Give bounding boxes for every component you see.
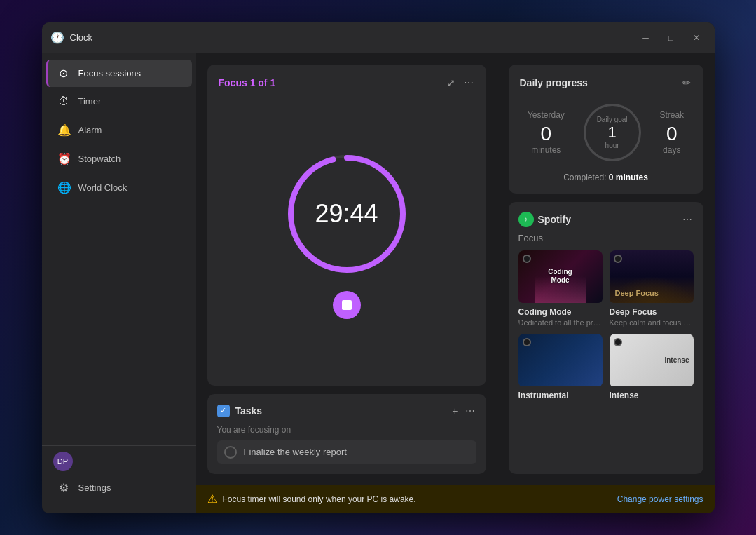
yesterday-value: 0 [528,123,565,145]
app-title: Clock [70,32,636,43]
stopwatch-icon: ⏰ [57,152,70,165]
goal-value: 1 [597,123,628,142]
daily-progress-title: Daily progress [520,77,588,88]
playlist-radio-4 [614,338,622,346]
sidebar-item-stopwatch[interactable]: ⏰ Stopwatch [46,145,192,172]
goal-text: Daily goal 1 hour [597,116,628,149]
progress-stats: Yesterday 0 minutes Daily goal [520,101,692,164]
minimize-button[interactable]: ─ [636,28,656,48]
sidebar-item-timer[interactable]: ⏱ Timer [46,88,192,115]
playlist-item-coding-mode[interactable]: CodingMode Coding Mode Dedicated to all … [518,250,603,327]
spotify-header: ♪ Spotify ⋯ [518,212,694,227]
goal-circle: Daily goal 1 hour [581,101,644,164]
sidebar-bottom: DP ⚙ Settings [42,445,196,508]
sidebar-item-alarm-label: Alarm [78,125,102,135]
edit-goal-button[interactable]: ✏ [681,76,692,90]
main-window: 🕐 Clock ─ □ ✕ ⊙ Focus sessions ⏱ Timer 🔔… [42,22,715,513]
playlist-desc-coding-mode: Dedicated to all the programmers out... [518,318,603,327]
deep-focus-thumb: Deep Focus [610,250,694,303]
titlebar: 🕐 Clock ─ □ ✕ [42,22,715,53]
sidebar-item-settings-label: Settings [78,482,111,493]
focus-controls: ⤢ ⋯ [446,76,475,90]
sidebar-item-stopwatch-label: Stopwatch [78,154,121,164]
settings-icon: ⚙ [57,481,70,494]
playlist-desc-deep-focus: Keep calm and focus with ambient and... [610,318,694,327]
left-panel: Focus 1 of 1 ⤢ ⋯ [196,53,497,485]
playlist-name-instrumental: Instrumental [518,391,603,400]
tasks-card: ✓ Tasks + ⋯ You are focusing on Finalize… [207,394,486,474]
streak-unit: days [659,145,684,155]
sidebar-item-timer-label: Timer [78,96,102,107]
app-content: ⊙ Focus sessions ⏱ Timer 🔔 Alarm ⏰ Stopw… [42,53,715,513]
focus-sessions-icon: ⊙ [57,67,70,80]
daily-progress-card: Daily progress ✏ Yesterday 0 minutes [509,65,703,194]
focus-section-label: Focus [518,233,694,243]
main-panels: Focus 1 of 1 ⤢ ⋯ [196,53,715,485]
coding-mode-label: CodingMode [548,268,572,285]
streak-label: Streak [659,110,684,120]
yesterday-unit: minutes [528,145,565,155]
daily-progress-header: Daily progress ✏ [520,76,692,90]
right-panel: Daily progress ✏ Yesterday 0 minutes [497,53,715,485]
task-item[interactable]: Finalize the weekly report [217,440,476,464]
app-icon: 🕐 [50,31,64,45]
intense-label: Intense [664,356,689,364]
sidebar-item-world-clock[interactable]: 🌐 World Clock [46,174,192,201]
playlist-radio-2 [614,255,622,263]
sidebar-item-focus-sessions[interactable]: ⊙ Focus sessions [46,60,192,87]
playlist-radio-1 [523,255,531,263]
alarm-icon: 🔔 [57,123,70,137]
playlist-item-instrumental[interactable]: Instrumental [518,334,603,402]
spotify-logo: ♪ Spotify [518,212,571,227]
yesterday-label: Yesterday [528,110,565,120]
playlist-name-deep-focus: Deep Focus [610,307,694,317]
streak-stat: Streak 0 days [659,110,684,155]
focus-card: Focus 1 of 1 ⤢ ⋯ [207,65,486,386]
warning-icon: ⚠ [207,492,217,506]
bottom-bar: ⚠ Focus timer will sound only when your … [196,485,715,513]
playlist-item-intense[interactable]: Intense Intense [610,334,694,402]
stop-button[interactable] [333,291,361,319]
task-checkbox[interactable] [224,446,237,459]
sidebar: ⊙ Focus sessions ⏱ Timer 🔔 Alarm ⏰ Stopw… [42,53,196,513]
spotify-card: ♪ Spotify ⋯ Focus CodingMode [509,202,703,474]
playlist-grid: CodingMode Coding Mode Dedicated to all … [518,250,694,402]
spotify-more-button[interactable]: ⋯ [681,212,694,226]
timer-display: 29:44 [315,199,378,229]
main-area: Focus 1 of 1 ⤢ ⋯ [196,53,715,513]
goal-label: Daily goal [597,116,628,123]
world-clock-icon: 🌐 [57,181,70,194]
instrumental-thumb [518,334,603,386]
maximize-button[interactable]: □ [661,28,681,48]
spotify-name: Spotify [538,214,571,225]
streak-value: 0 [659,123,684,145]
add-task-button[interactable]: + [451,404,459,418]
tasks-icon: ✓ [217,405,230,417]
completed-text: Completed: 0 minutes [520,172,692,182]
window-controls: ─ □ ✕ [636,28,706,48]
focus-header: Focus 1 of 1 ⤢ ⋯ [219,76,475,90]
focusing-on-text: You are focusing on [217,425,476,435]
playlist-name-intense: Intense [610,391,694,400]
spotify-icon: ♪ [518,212,534,227]
sidebar-item-alarm[interactable]: 🔔 Alarm [46,116,192,144]
task-label: Finalize the weekly report [244,447,347,457]
focus-more-button[interactable]: ⋯ [462,76,475,90]
focus-title: Focus 1 of 1 [219,77,276,88]
warning-text: Focus timer will sound only when your PC… [223,494,612,504]
tasks-actions: + ⋯ [451,404,476,418]
close-button[interactable]: ✕ [687,28,706,48]
sidebar-item-focus-label: Focus sessions [78,68,142,79]
sidebar-item-world-clock-label: World Clock [78,182,128,193]
timer-icon: ⏱ [57,95,70,108]
playlist-name-coding-mode: Coding Mode [518,307,603,317]
tasks-more-button[interactable]: ⋯ [464,404,476,418]
timer-area: 29:44 [284,95,410,374]
avatar[interactable]: DP [53,452,73,471]
deep-focus-label: Deep Focus [615,289,659,297]
expand-button[interactable]: ⤢ [446,76,457,90]
tasks-header: ✓ Tasks + ⋯ [217,404,476,418]
sidebar-item-settings[interactable]: ⚙ Settings [46,474,192,501]
playlist-item-deep-focus[interactable]: Deep Focus Deep Focus Keep calm and focu… [610,250,694,327]
power-settings-link[interactable]: Change power settings [617,494,703,504]
